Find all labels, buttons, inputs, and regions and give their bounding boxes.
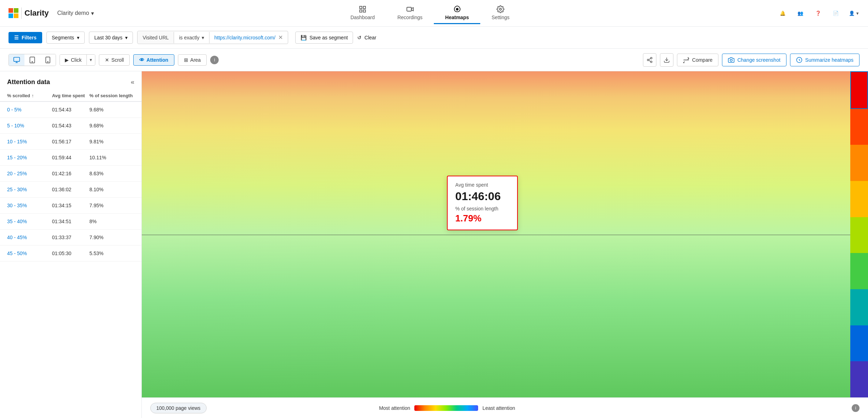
scroll-range-cell: 45 - 50% bbox=[7, 251, 52, 256]
click-flag-icon: ▶ bbox=[65, 57, 69, 63]
table-row[interactable]: 5 - 10% 01:54:43 9.68% bbox=[0, 118, 141, 134]
download-button[interactable] bbox=[660, 53, 673, 67]
color-scale-teal bbox=[850, 289, 868, 325]
table-row[interactable]: 10 - 15% 01:56:17 9.81% bbox=[0, 134, 141, 150]
view-toggle-group bbox=[9, 54, 56, 66]
table-row[interactable]: 40 - 45% 01:33:37 7.90% bbox=[0, 230, 141, 246]
clear-button[interactable]: ↺ Clear bbox=[357, 35, 376, 40]
table-row[interactable]: 30 - 35% 01:34:15 7.95% bbox=[0, 198, 141, 214]
session-pct-cell: 7.95% bbox=[89, 203, 134, 208]
date-range-button[interactable]: Last 30 days ▾ bbox=[89, 32, 133, 44]
filter-icon: ☰ bbox=[14, 35, 19, 40]
compare-icon bbox=[683, 57, 689, 63]
color-scale-green bbox=[850, 253, 868, 289]
table-row[interactable]: 35 - 40% 01:34:51 8% bbox=[0, 214, 141, 230]
filters-button[interactable]: ☰ Filters bbox=[9, 32, 42, 43]
scroll-range-cell: 25 - 30% bbox=[7, 187, 52, 192]
most-attention-label: Most attention bbox=[379, 405, 410, 411]
dashboard-icon bbox=[359, 5, 366, 13]
col-scroll-header: % scrolled ↑ bbox=[7, 93, 52, 98]
svg-rect-2 bbox=[363, 10, 365, 12]
notification-bell-icon[interactable]: 🔔 bbox=[777, 7, 789, 19]
svg-rect-7 bbox=[14, 57, 20, 61]
table-row[interactable]: 25 - 30% 01:36:02 8.10% bbox=[0, 182, 141, 198]
document-icon[interactable]: 📄 bbox=[830, 7, 842, 19]
tablet-view-button[interactable] bbox=[24, 54, 40, 66]
legend-info-button[interactable]: i bbox=[852, 404, 859, 412]
svg-point-5 bbox=[456, 8, 458, 10]
summarize-heatmaps-button[interactable]: Summarize heatmaps bbox=[790, 54, 859, 66]
scroll-range-cell: 15 - 20% bbox=[7, 155, 52, 160]
save-icon: 💾 bbox=[301, 35, 307, 40]
avg-time-cell: 01:05:30 bbox=[52, 251, 90, 256]
help-icon[interactable]: ❓ bbox=[813, 7, 824, 19]
svg-rect-0 bbox=[360, 6, 362, 8]
svg-point-14 bbox=[650, 61, 652, 63]
scroll-type-button[interactable]: ✕ Scroll bbox=[99, 54, 130, 66]
area-grid-icon: ⊞ bbox=[184, 57, 188, 63]
compare-button[interactable]: Compare bbox=[677, 54, 719, 66]
avg-time-cell: 01:56:17 bbox=[52, 139, 90, 144]
url-filter-type[interactable]: is exactly ▾ bbox=[174, 32, 209, 43]
project-selector[interactable]: Clarity demo ▾ bbox=[57, 10, 94, 17]
scroll-range-cell: 40 - 45% bbox=[7, 235, 52, 240]
desktop-icon bbox=[13, 56, 20, 64]
scroll-range-cell: 30 - 35% bbox=[7, 203, 52, 208]
info-icon[interactable]: i bbox=[210, 56, 219, 64]
session-pct-cell: 10.11% bbox=[89, 155, 134, 160]
save-segment-button[interactable]: 💾 Save as segment bbox=[295, 32, 353, 44]
recordings-icon bbox=[406, 5, 414, 13]
svg-rect-4 bbox=[407, 7, 411, 11]
session-pct-cell: 8% bbox=[89, 219, 134, 224]
svg-point-11 bbox=[47, 61, 48, 62]
table-row[interactable]: 15 - 20% 01:59:44 10.11% bbox=[0, 150, 141, 166]
url-filter-group: Visited URL is exactly ▾ https://clarity… bbox=[137, 31, 288, 44]
main-nav: Dashboard Recordings Heatmaps Settings bbox=[339, 2, 521, 24]
area-type-button[interactable]: ⊞ Area bbox=[178, 54, 207, 66]
avg-time-cell: 01:33:37 bbox=[52, 235, 90, 240]
scroll-range-cell: 5 - 10% bbox=[7, 123, 52, 128]
sort-up-icon: ↑ bbox=[32, 93, 34, 98]
mobile-view-button[interactable] bbox=[40, 54, 56, 66]
main-content: Attention data « % scrolled ↑ Avg time s… bbox=[0, 71, 868, 418]
click-type-button[interactable]: ▶ Click bbox=[60, 55, 86, 65]
segments-chevron-icon: ▾ bbox=[77, 35, 79, 40]
filter-bar: ☰ Filters Segments ▾ Last 30 days ▾ Visi… bbox=[0, 27, 868, 49]
nav-item-dashboard[interactable]: Dashboard bbox=[339, 2, 386, 24]
nav-item-settings[interactable]: Settings bbox=[480, 2, 521, 24]
url-clear-button[interactable]: ✕ bbox=[278, 34, 283, 41]
click-type-arrow-button[interactable]: ▾ bbox=[86, 55, 95, 65]
table-body: 0 - 5% 01:54:43 9.68% 5 - 10% 01:54:43 9… bbox=[0, 102, 141, 262]
panel-title: Attention data bbox=[7, 78, 50, 86]
camera-icon bbox=[728, 57, 734, 63]
share-heatmap-button[interactable] bbox=[643, 53, 656, 67]
nav-item-recordings[interactable]: Recordings bbox=[386, 2, 434, 24]
click-type-group: ▶ Click ▾ bbox=[60, 54, 95, 66]
ms-logo: Clarity bbox=[9, 7, 49, 19]
nav-right-icons: 🔔 👥 ❓ 📄 👤 ▾ bbox=[777, 7, 859, 19]
session-pct-cell: 8.63% bbox=[89, 171, 134, 176]
change-screenshot-button[interactable]: Change screenshot bbox=[722, 54, 786, 66]
svg-point-12 bbox=[650, 57, 652, 59]
collapse-panel-button[interactable]: « bbox=[131, 78, 134, 86]
refresh-icon: ↺ bbox=[357, 35, 362, 40]
least-attention-label: Least attention bbox=[482, 405, 515, 411]
share-icon[interactable]: 👥 bbox=[795, 7, 806, 19]
color-scale-red bbox=[850, 71, 868, 109]
heatmap-container: Avg time spent 01:46:06 % of session len… bbox=[142, 71, 868, 397]
heatmap-horizontal-line bbox=[142, 235, 850, 235]
segments-button[interactable]: Segments ▾ bbox=[46, 32, 85, 44]
url-value: https://clarity.microsoft.com/ ✕ bbox=[209, 31, 288, 44]
logo-divider bbox=[21, 7, 22, 19]
settings-icon bbox=[497, 5, 504, 13]
desktop-view-button[interactable] bbox=[9, 54, 24, 66]
tooltip-session-label: % of session length bbox=[455, 206, 509, 211]
tablet-icon bbox=[29, 56, 36, 64]
table-row[interactable]: 20 - 25% 01:42:16 8.63% bbox=[0, 166, 141, 182]
table-row[interactable]: 45 - 50% 01:05:30 5.53% bbox=[0, 246, 141, 262]
attention-type-button[interactable]: 👁 Attention bbox=[133, 54, 174, 66]
table-row[interactable]: 0 - 5% 01:54:43 9.68% bbox=[0, 102, 141, 118]
attention-eye-icon: 👁 bbox=[139, 57, 144, 63]
nav-item-heatmaps[interactable]: Heatmaps bbox=[434, 2, 480, 24]
user-avatar-icon[interactable]: 👤 ▾ bbox=[848, 7, 859, 19]
